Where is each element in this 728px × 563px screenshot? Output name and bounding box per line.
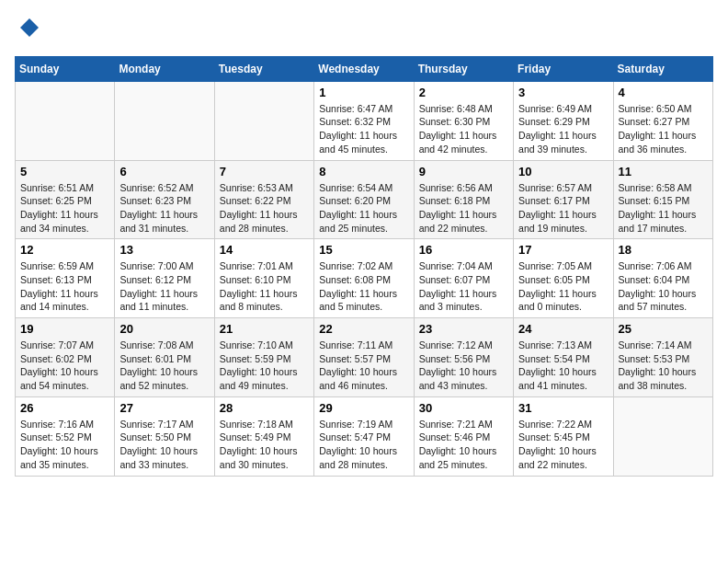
day-info: Sunrise: 6:48 AM Sunset: 6:30 PM Dayligh… xyxy=(419,102,508,156)
day-cell: 9Sunrise: 6:56 AM Sunset: 6:18 PM Daylig… xyxy=(414,160,513,239)
day-cell: 14Sunrise: 7:01 AM Sunset: 6:10 PM Dayli… xyxy=(214,239,313,318)
day-info: Sunrise: 6:56 AM Sunset: 6:18 PM Dayligh… xyxy=(419,181,508,236)
day-number: 7 xyxy=(220,165,309,178)
col-header-monday: Monday xyxy=(115,56,214,81)
day-number: 21 xyxy=(220,322,309,336)
day-cell: 8Sunrise: 6:54 AM Sunset: 6:20 PM Daylig… xyxy=(314,160,414,239)
day-number: 1 xyxy=(319,86,408,99)
day-number: 3 xyxy=(518,86,608,99)
day-cell: 7Sunrise: 6:53 AM Sunset: 6:22 PM Daylig… xyxy=(214,160,313,239)
day-number: 28 xyxy=(220,401,309,415)
day-cell: 11Sunrise: 6:58 AM Sunset: 6:15 PM Dayli… xyxy=(613,160,712,239)
day-info: Sunrise: 7:13 AM Sunset: 5:54 PM Dayligh… xyxy=(518,339,608,393)
day-number: 22 xyxy=(319,322,408,336)
calendar-table: SundayMondayTuesdayWednesdayThursdayFrid… xyxy=(15,56,713,477)
week-row-1: 1Sunrise: 6:47 AM Sunset: 6:32 PM Daylig… xyxy=(16,81,713,160)
week-row-3: 12Sunrise: 6:59 AM Sunset: 6:13 PM Dayli… xyxy=(16,239,713,318)
page-header xyxy=(15,15,713,45)
day-info: Sunrise: 7:00 AM Sunset: 6:12 PM Dayligh… xyxy=(119,259,209,314)
day-info: Sunrise: 7:16 AM Sunset: 5:52 PM Dayligh… xyxy=(20,418,109,472)
day-number: 5 xyxy=(20,165,109,178)
day-cell: 25Sunrise: 7:14 AM Sunset: 5:53 PM Dayli… xyxy=(613,318,712,397)
day-info: Sunrise: 6:50 AM Sunset: 6:27 PM Dayligh… xyxy=(619,102,708,156)
day-cell: 12Sunrise: 6:59 AM Sunset: 6:13 PM Dayli… xyxy=(16,239,115,318)
header-row: SundayMondayTuesdayWednesdayThursdayFrid… xyxy=(16,56,713,81)
day-cell xyxy=(16,81,115,160)
day-number: 26 xyxy=(20,401,109,415)
day-number: 25 xyxy=(619,322,708,336)
day-cell: 30Sunrise: 7:21 AM Sunset: 5:46 PM Dayli… xyxy=(414,396,513,476)
day-cell: 21Sunrise: 7:10 AM Sunset: 5:59 PM Dayli… xyxy=(214,318,313,397)
day-info: Sunrise: 7:14 AM Sunset: 5:53 PM Dayligh… xyxy=(619,339,708,393)
day-number: 16 xyxy=(419,243,508,257)
day-info: Sunrise: 6:52 AM Sunset: 6:23 PM Dayligh… xyxy=(119,181,209,236)
day-info: Sunrise: 6:53 AM Sunset: 6:22 PM Dayligh… xyxy=(220,181,309,236)
day-cell xyxy=(214,81,313,160)
day-info: Sunrise: 7:10 AM Sunset: 5:59 PM Dayligh… xyxy=(220,339,309,393)
day-number: 27 xyxy=(119,401,209,415)
day-number: 19 xyxy=(20,322,109,336)
day-info: Sunrise: 7:19 AM Sunset: 5:47 PM Dayligh… xyxy=(319,418,408,472)
col-header-tuesday: Tuesday xyxy=(214,56,313,81)
day-number: 11 xyxy=(619,165,708,178)
logo-icon xyxy=(17,15,42,40)
day-cell: 15Sunrise: 7:02 AM Sunset: 6:08 PM Dayli… xyxy=(314,239,414,318)
day-info: Sunrise: 6:57 AM Sunset: 6:17 PM Dayligh… xyxy=(518,181,608,236)
day-cell: 22Sunrise: 7:11 AM Sunset: 5:57 PM Dayli… xyxy=(314,318,414,397)
day-number: 20 xyxy=(119,322,209,336)
day-number: 10 xyxy=(518,165,608,178)
day-number: 15 xyxy=(319,243,408,257)
day-cell: 19Sunrise: 7:07 AM Sunset: 6:02 PM Dayli… xyxy=(16,318,115,397)
day-info: Sunrise: 7:08 AM Sunset: 6:01 PM Dayligh… xyxy=(119,339,209,393)
col-header-saturday: Saturday xyxy=(613,56,712,81)
day-number: 17 xyxy=(518,243,608,257)
day-number: 30 xyxy=(419,401,508,415)
week-row-4: 19Sunrise: 7:07 AM Sunset: 6:02 PM Dayli… xyxy=(16,318,713,397)
day-cell: 27Sunrise: 7:17 AM Sunset: 5:50 PM Dayli… xyxy=(115,396,214,476)
col-header-thursday: Thursday xyxy=(414,56,513,81)
day-info: Sunrise: 7:17 AM Sunset: 5:50 PM Dayligh… xyxy=(119,418,209,472)
day-number: 2 xyxy=(419,86,508,99)
day-number: 14 xyxy=(220,243,309,257)
day-info: Sunrise: 7:21 AM Sunset: 5:46 PM Dayligh… xyxy=(419,418,508,472)
day-cell: 24Sunrise: 7:13 AM Sunset: 5:54 PM Dayli… xyxy=(514,318,613,397)
day-number: 29 xyxy=(319,401,408,415)
day-info: Sunrise: 6:51 AM Sunset: 6:25 PM Dayligh… xyxy=(20,181,109,236)
day-cell: 2Sunrise: 6:48 AM Sunset: 6:30 PM Daylig… xyxy=(414,81,513,160)
day-number: 23 xyxy=(419,322,508,336)
week-row-5: 26Sunrise: 7:16 AM Sunset: 5:52 PM Dayli… xyxy=(16,396,713,476)
day-info: Sunrise: 6:58 AM Sunset: 6:15 PM Dayligh… xyxy=(619,181,708,236)
day-cell: 18Sunrise: 7:06 AM Sunset: 6:04 PM Dayli… xyxy=(613,239,712,318)
day-cell: 17Sunrise: 7:05 AM Sunset: 6:05 PM Dayli… xyxy=(514,239,613,318)
day-cell: 26Sunrise: 7:16 AM Sunset: 5:52 PM Dayli… xyxy=(16,396,115,476)
day-cell: 13Sunrise: 7:00 AM Sunset: 6:12 PM Dayli… xyxy=(115,239,214,318)
logo xyxy=(15,15,42,45)
day-info: Sunrise: 6:59 AM Sunset: 6:13 PM Dayligh… xyxy=(20,259,109,314)
day-number: 4 xyxy=(619,86,708,99)
day-cell: 16Sunrise: 7:04 AM Sunset: 6:07 PM Dayli… xyxy=(414,239,513,318)
day-cell: 6Sunrise: 6:52 AM Sunset: 6:23 PM Daylig… xyxy=(115,160,214,239)
day-cell: 5Sunrise: 6:51 AM Sunset: 6:25 PM Daylig… xyxy=(16,160,115,239)
day-info: Sunrise: 7:05 AM Sunset: 6:05 PM Dayligh… xyxy=(518,259,608,314)
col-header-sunday: Sunday xyxy=(16,56,115,81)
day-number: 31 xyxy=(518,401,608,415)
day-number: 8 xyxy=(319,165,408,178)
day-cell xyxy=(115,81,214,160)
day-info: Sunrise: 7:22 AM Sunset: 5:45 PM Dayligh… xyxy=(518,418,608,472)
day-cell: 31Sunrise: 7:22 AM Sunset: 5:45 PM Dayli… xyxy=(514,396,613,476)
day-info: Sunrise: 7:18 AM Sunset: 5:49 PM Dayligh… xyxy=(220,418,309,472)
col-header-wednesday: Wednesday xyxy=(314,56,414,81)
day-info: Sunrise: 7:01 AM Sunset: 6:10 PM Dayligh… xyxy=(220,259,309,314)
day-cell: 29Sunrise: 7:19 AM Sunset: 5:47 PM Dayli… xyxy=(314,396,414,476)
day-info: Sunrise: 7:12 AM Sunset: 5:56 PM Dayligh… xyxy=(419,339,508,393)
day-number: 6 xyxy=(119,165,209,178)
day-number: 13 xyxy=(119,243,209,257)
day-info: Sunrise: 6:49 AM Sunset: 6:29 PM Dayligh… xyxy=(518,102,608,156)
day-info: Sunrise: 6:54 AM Sunset: 6:20 PM Dayligh… xyxy=(319,181,408,236)
day-info: Sunrise: 7:07 AM Sunset: 6:02 PM Dayligh… xyxy=(20,339,109,393)
day-info: Sunrise: 6:47 AM Sunset: 6:32 PM Dayligh… xyxy=(319,102,408,156)
svg-marker-0 xyxy=(20,18,39,37)
day-cell: 4Sunrise: 6:50 AM Sunset: 6:27 PM Daylig… xyxy=(613,81,712,160)
day-cell: 28Sunrise: 7:18 AM Sunset: 5:49 PM Dayli… xyxy=(214,396,313,476)
day-info: Sunrise: 7:06 AM Sunset: 6:04 PM Dayligh… xyxy=(619,259,708,314)
